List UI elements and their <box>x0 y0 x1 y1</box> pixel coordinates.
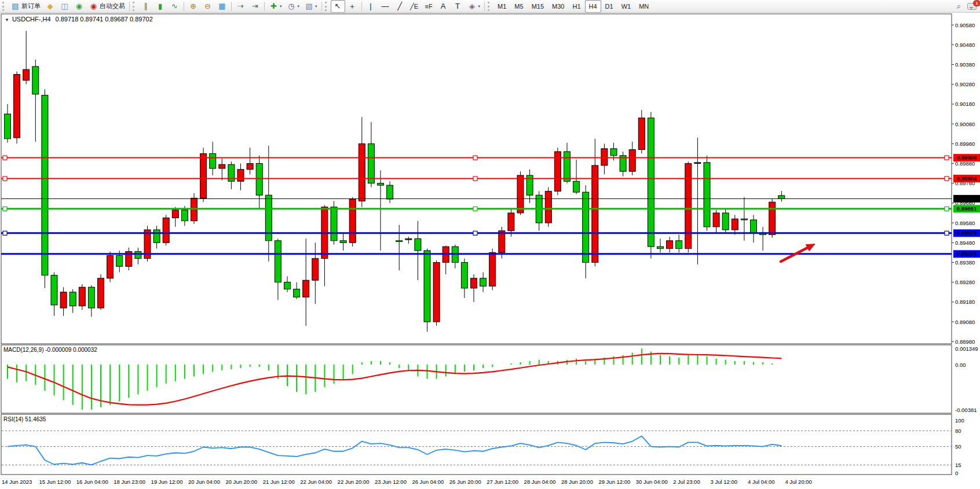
zoom-out-button[interactable]: ⊖ <box>200 0 215 13</box>
line-handle[interactable] <box>473 177 477 181</box>
timeframe-h4[interactable]: H4 <box>585 0 601 13</box>
timeframe-m30[interactable]: M30 <box>548 0 568 13</box>
templates-button[interactable]: ▧▾ <box>302 0 320 13</box>
chart-title: ▼USDCHF-,H40.89718 0.89741 0.89687 0.897… <box>5 16 153 23</box>
timeframe-h1[interactable]: H1 <box>568 0 584 13</box>
candle-body <box>368 144 374 183</box>
price-tag-label: 0.89702 <box>957 196 977 202</box>
price-tick-label: 0.89080 <box>955 319 975 325</box>
macd-indicator-label: MACD(12,26,9) -0.000009 0.000032 <box>3 347 97 353</box>
candle-body <box>23 69 30 80</box>
line-handle[interactable] <box>3 177 7 181</box>
trendline-button[interactable]: ╱ <box>393 0 407 13</box>
line-handle[interactable] <box>945 231 949 235</box>
cursor-icon: ↖ <box>333 1 343 12</box>
candle-body <box>583 192 589 262</box>
text-icon: A <box>438 1 448 12</box>
line-handle[interactable] <box>945 207 949 211</box>
line-handle[interactable] <box>945 156 949 160</box>
chevron-down-icon[interactable]: ▾ <box>280 4 282 9</box>
candle-body <box>657 247 664 248</box>
indicators-button[interactable]: ✚▾ <box>266 0 284 13</box>
auto-scroll-button[interactable]: ⇢ <box>233 0 248 13</box>
line-handle[interactable] <box>3 207 7 211</box>
timeframe-m1[interactable]: M1 <box>493 0 510 13</box>
toolbar-grip[interactable] <box>325 2 328 11</box>
terminal-icon: ◫ <box>60 1 70 12</box>
auto-trading-button[interactable]: ◉自动交易 <box>86 0 127 13</box>
line-handle[interactable] <box>473 231 477 235</box>
new-order-button[interactable]: ▤新订单 <box>8 0 43 13</box>
toolbar-grip[interactable] <box>133 2 136 11</box>
chart-window: 0.905800.904800.903800.902800.901800.900… <box>0 13 980 489</box>
candle-body <box>312 259 319 281</box>
timeframe-m15[interactable]: M15 <box>528 0 548 13</box>
candle-body <box>499 231 505 253</box>
cursor-button[interactable]: ↖ <box>331 0 345 13</box>
arrows-button[interactable]: ◈▾ <box>465 0 483 13</box>
line-handle[interactable] <box>473 156 477 160</box>
candle-body <box>685 163 692 248</box>
signal-icon: ◉ <box>74 1 84 12</box>
rsi-indicator-label: RSI(14) 51.4635 <box>3 416 46 422</box>
periods-button[interactable]: ◷▾ <box>284 0 302 13</box>
channel-button[interactable]: ╱E <box>407 0 422 13</box>
rsi-axis-label: 15 <box>955 462 961 468</box>
chart-shift-button[interactable]: ⇥ <box>248 0 262 13</box>
price-tick-label: 0.89580 <box>955 220 975 226</box>
line-handle[interactable] <box>945 177 949 181</box>
time-tick-label: 20 Jun 04:00 <box>188 479 220 485</box>
timeframe-m5[interactable]: M5 <box>510 0 527 13</box>
time-tick-label: 28 Jun 20:00 <box>561 479 593 485</box>
candlestick-chart-button[interactable]: ▮ <box>153 0 167 13</box>
line-handle[interactable] <box>473 207 477 211</box>
line-chart-icon: ∿ <box>170 1 180 12</box>
candle-body <box>396 241 403 242</box>
time-tick-label: 20 Jun 20:00 <box>225 479 257 485</box>
signals-button[interactable]: ◉ <box>72 0 86 13</box>
time-tick-label: 22 Jun 04:00 <box>300 479 332 485</box>
toolbar-separator <box>321 2 322 11</box>
price-tag-label: 0.89528 <box>957 230 977 236</box>
time-tick-label: 29 Jun 12:00 <box>598 479 630 485</box>
notifications-button[interactable]: 1 <box>966 1 979 12</box>
zoom-in-icon: ⊕ <box>188 1 198 12</box>
line-chart-button[interactable]: ∿ <box>167 0 182 13</box>
line-handle[interactable] <box>3 156 7 160</box>
candle-body <box>694 163 701 164</box>
candle-body <box>275 241 281 282</box>
fibonacci-button[interactable]: ≡F <box>422 0 436 13</box>
time-tick-label: 21 Jun 12:00 <box>263 479 295 485</box>
chevron-down-icon[interactable]: ▾ <box>315 4 317 9</box>
chevron-down-icon[interactable]: ▾ <box>478 4 481 9</box>
bar-chart-button[interactable]: ∥ <box>138 0 153 13</box>
timeframe-w1[interactable]: W1 <box>617 0 635 13</box>
vertical-line-button[interactable]: | <box>364 0 378 13</box>
candle-body <box>359 144 365 201</box>
tile-windows-icon: ▦ <box>217 1 227 12</box>
line-handle[interactable] <box>3 231 7 235</box>
collapse-quotes-icon[interactable]: ▼ <box>5 17 9 23</box>
toolbar-grip[interactable] <box>488 2 491 11</box>
price-tick-label: 0.88980 <box>955 339 975 345</box>
tile-windows-button[interactable]: ▦ <box>215 0 229 13</box>
time-axis: 14 Jun 202315 Jun 12:0016 Jun 04:0018 Ju… <box>2 479 812 485</box>
metaeditor-button[interactable]: ◆ <box>43 0 57 13</box>
zoom-in-button[interactable]: ⊕ <box>186 0 200 13</box>
candle-body <box>517 175 524 213</box>
terminal-button[interactable]: ◫ <box>57 0 72 13</box>
timeframe-d1[interactable]: D1 <box>601 0 617 13</box>
chevron-down-icon[interactable]: ▾ <box>298 4 300 9</box>
text-label-icon: T <box>453 1 463 12</box>
text-label-button[interactable]: T <box>451 0 465 13</box>
crosshair-button[interactable]: ＋ <box>345 0 360 13</box>
new-order-icon: ▤ <box>10 1 20 12</box>
search-button[interactable]: ⌕ <box>952 0 966 13</box>
text-button[interactable]: A <box>436 0 451 13</box>
candle-body <box>592 166 598 263</box>
timeframe-mn[interactable]: MN <box>635 0 653 13</box>
auto-scroll-icon: ⇢ <box>236 1 246 12</box>
horizontal-line-button[interactable]: — <box>378 0 393 13</box>
toolbar-grip[interactable] <box>2 2 6 11</box>
candle-body <box>32 67 39 94</box>
